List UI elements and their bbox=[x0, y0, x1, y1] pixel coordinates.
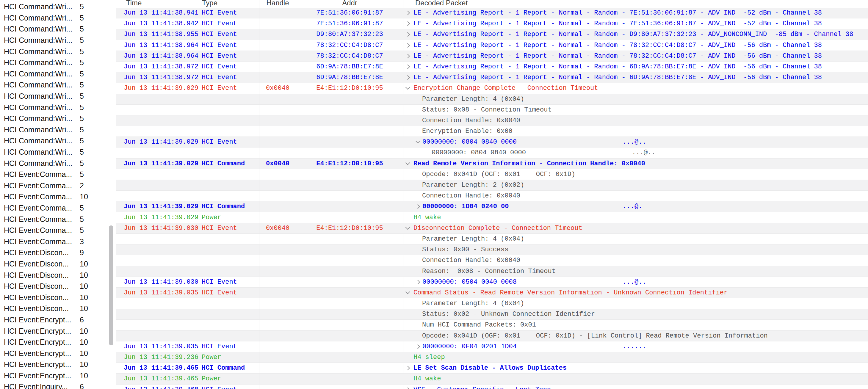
sidebar-item[interactable]: HCI Command:Wri...5 bbox=[0, 147, 108, 158]
sidebar-item[interactable]: HCI Event:Comma...10 bbox=[0, 191, 108, 202]
packet-detail-row[interactable]: Parameter Length: 4 (0x04) bbox=[116, 94, 868, 105]
packet-detail-row[interactable]: Connection Handle: 0x0040 bbox=[116, 191, 868, 201]
sidebar-item-count: 10 bbox=[80, 192, 88, 201]
packet-detail-row[interactable]: Parameter Length: 4 (0x04) bbox=[116, 234, 868, 245]
packet-row[interactable]: Jun 13 11:41:39.029HCI Event00000000: 08… bbox=[116, 137, 868, 148]
handle-cell bbox=[259, 374, 296, 384]
sidebar-item[interactable]: HCI Event:Discon...9 bbox=[0, 247, 108, 258]
packet-detail-row[interactable]: Opcode: 0x041D (OGF: 0x01 OCF: 0x1D) - [… bbox=[116, 331, 868, 342]
sidebar-item[interactable]: HCI Command:Wri...5 bbox=[0, 12, 108, 24]
sidebar-item[interactable]: HCI Event:Discon...10 bbox=[0, 269, 108, 281]
time-cell bbox=[116, 266, 199, 277]
sidebar-scrollbar-thumb[interactable] bbox=[109, 225, 113, 345]
sidebar-item[interactable]: HCI Command:Wri...5 bbox=[0, 124, 108, 136]
sidebar-item[interactable]: HCI Event:Discon...10 bbox=[0, 303, 108, 314]
addr-cell bbox=[296, 245, 403, 255]
packet-row[interactable]: Jun 13 11:41:39.029PowerH4 wake bbox=[116, 212, 868, 223]
packet-row[interactable]: Jun 13 11:41:39.236PowerH4 sleep bbox=[116, 352, 868, 363]
type-cell: HCI Event bbox=[199, 223, 259, 233]
packet-detail-row[interactable]: Status: 0x08 - Connection Timeout bbox=[116, 105, 868, 116]
sidebar-item[interactable]: HCI Command:Wri...5 bbox=[0, 113, 108, 124]
packet-detail-row[interactable]: Parameter Length: 4 (0x04) bbox=[116, 298, 868, 309]
handle-cell bbox=[259, 201, 296, 212]
packet-detail-row[interactable]: Connection Handle: 0x0040 bbox=[116, 255, 868, 266]
type-cell: HCI Event bbox=[199, 40, 259, 51]
packet-row[interactable]: Jun 13 11:41:39.465PowerH4 wake bbox=[116, 374, 868, 384]
sidebar-item-label: HCI Command:Wri... bbox=[4, 14, 80, 22]
packet-row[interactable]: Jun 13 11:41:39.029HCI Command0x0040E4:E… bbox=[116, 159, 868, 169]
sidebar-item[interactable]: HCI Command:Wri...5 bbox=[0, 24, 108, 35]
column-header-addr[interactable]: Addr bbox=[296, 0, 403, 8]
sidebar-item[interactable]: HCI Command:Wri...5 bbox=[0, 46, 108, 57]
packet-row[interactable]: Jun 13 11:41:39.468HCI EventVSE - Custom… bbox=[116, 385, 868, 389]
sidebar-item[interactable]: HCI Command:Wri...5 bbox=[0, 102, 108, 113]
sidebar-item[interactable]: HCI Event:Encrypt...10 bbox=[0, 359, 108, 370]
column-header-time[interactable]: Time bbox=[116, 0, 199, 8]
sidebar-item-label: HCI Event:Comma... bbox=[4, 215, 80, 224]
type-cell bbox=[199, 169, 259, 180]
sidebar-item[interactable]: HCI Event:Comma...5 bbox=[0, 225, 108, 236]
sidebar-item[interactable]: HCI Event:Encrypt...10 bbox=[0, 325, 108, 337]
sidebar-item[interactable]: HCI Event:Comma...5 bbox=[0, 202, 108, 214]
sidebar-item[interactable]: HCI Event:Encrypt...6 bbox=[0, 314, 108, 326]
sidebar-item[interactable]: HCI Command:Wri...5 bbox=[0, 35, 108, 46]
decoded-packet-cell: 00000000: 0804 0840 0000 ...@.. bbox=[403, 148, 868, 158]
packet-row[interactable]: Jun 13 11:41:38.955HCI EventD9:80:A7:37:… bbox=[116, 29, 868, 40]
packet-row[interactable]: Jun 13 11:41:39.465HCI CommandLE Set Sca… bbox=[116, 363, 868, 374]
packet-detail-row[interactable]: Num HCI Command Packets: 0x01 bbox=[116, 320, 868, 330]
column-header-decoded-packet[interactable]: Decoded Packet bbox=[403, 0, 868, 8]
sidebar-item[interactable]: HCI Event:Comma...3 bbox=[0, 236, 108, 247]
packet-detail-row[interactable]: Connection Handle: 0x0040 bbox=[116, 116, 868, 126]
sidebar-item[interactable]: HCI Command:Wri...5 bbox=[0, 79, 108, 91]
decoded-packet-cell: LE - Advertising Report - 1 Report - Nor… bbox=[403, 72, 868, 83]
sidebar-item-label: HCI Event:Comma... bbox=[4, 204, 80, 212]
sidebar-item-count: 5 bbox=[80, 47, 84, 56]
packet-row[interactable]: Jun 13 11:41:39.030HCI Event00000000: 05… bbox=[116, 277, 868, 288]
sidebar-item[interactable]: HCI Command:Wri...5 bbox=[0, 1, 108, 12]
packet-detail-row[interactable]: Opcode: 0x041D (OGF: 0x01 OCF: 0x1D) bbox=[116, 169, 868, 180]
packet-row[interactable]: Jun 13 11:41:39.035HCI Event00000000: 0F… bbox=[116, 342, 868, 352]
decoded-packet-text: Status: 0x00 - Success bbox=[403, 245, 868, 255]
packet-row[interactable]: Jun 13 11:41:39.029HCI Command00000000: … bbox=[116, 201, 868, 212]
decoded-packet-cell: Status: 0x00 - Success bbox=[403, 245, 868, 255]
packet-row[interactable]: Jun 13 11:41:38.964HCI Event78:32:CC:C4:… bbox=[116, 40, 868, 51]
column-header-handle[interactable]: Handle bbox=[259, 0, 296, 8]
column-header-type[interactable]: Type bbox=[199, 0, 259, 8]
sidebar-item[interactable]: HCI Event:Comma...5 bbox=[0, 169, 108, 180]
sidebar-item[interactable]: HCI Event:Inquiry...6 bbox=[0, 381, 108, 389]
time-cell: Jun 13 11:41:39.465 bbox=[116, 374, 199, 384]
sidebar-item[interactable]: HCI Command:Wri...5 bbox=[0, 91, 108, 102]
packet-detail-row[interactable]: Reason: 0x08 - Connection Timeout bbox=[116, 266, 868, 277]
sidebar-item[interactable]: HCI Event:Discon...10 bbox=[0, 281, 108, 292]
sidebar-item[interactable]: HCI Event:Comma...2 bbox=[0, 180, 108, 192]
sidebar-item[interactable]: HCI Event:Discon...10 bbox=[0, 292, 108, 303]
packet-detail-row[interactable]: 00000000: 0804 0840 0000 ...@.. bbox=[116, 148, 868, 158]
packet-detail-row[interactable]: Status: 0x02 - Unknown Connection Identi… bbox=[116, 309, 868, 320]
handle-cell bbox=[259, 40, 296, 51]
packet-row[interactable]: Jun 13 11:41:38.941HCI Event7E:51:36:06:… bbox=[116, 8, 868, 19]
handle-cell bbox=[259, 288, 296, 298]
packet-row[interactable]: Jun 13 11:41:38.942HCI Event7E:51:36:06:… bbox=[116, 19, 868, 29]
packet-row[interactable]: Jun 13 11:41:39.035HCI EventCommand Stat… bbox=[116, 288, 868, 298]
decoded-packet-cell: LE - Advertising Report - 1 Report - Nor… bbox=[403, 29, 868, 39]
addr-cell bbox=[296, 342, 403, 352]
sidebar-item[interactable]: HCI Command:Wri...5 bbox=[0, 68, 108, 80]
sidebar-item[interactable]: HCI Command:Wri...5 bbox=[0, 57, 108, 68]
packet-row[interactable]: Jun 13 11:41:39.030HCI Event0x0040E4:E1:… bbox=[116, 223, 868, 234]
sidebar-item[interactable]: HCI Event:Discon...10 bbox=[0, 258, 108, 270]
sidebar-item[interactable]: HCI Event:Encrypt...10 bbox=[0, 337, 108, 348]
packet-row[interactable]: Jun 13 11:41:38.972HCI Event6D:9A:78:BB:… bbox=[116, 72, 868, 83]
packet-row[interactable]: Jun 13 11:41:38.964HCI Event78:32:CC:C4:… bbox=[116, 51, 868, 62]
sidebar-item[interactable]: HCI Command:Wri...5 bbox=[0, 158, 108, 169]
sidebar-item[interactable]: HCI Event:Comma...5 bbox=[0, 214, 108, 225]
sidebar-item[interactable]: HCI Command:Wri...5 bbox=[0, 135, 108, 147]
decoded-packet-cell: H4 sleep bbox=[403, 352, 868, 362]
sidebar-item[interactable]: HCI Event:Encrypt...10 bbox=[0, 348, 108, 359]
packet-row[interactable]: Jun 13 11:41:39.029HCI Event0x0040E4:E1:… bbox=[116, 83, 868, 94]
sidebar-item[interactable]: HCI Event:Encrypt...10 bbox=[0, 370, 108, 382]
sidebar-item-count: 10 bbox=[80, 271, 88, 280]
packet-detail-row[interactable]: Encryption Enable: 0x00 bbox=[116, 126, 868, 137]
packet-detail-row[interactable]: Status: 0x00 - Success bbox=[116, 245, 868, 255]
packet-detail-row[interactable]: Parameter Length: 2 (0x02) bbox=[116, 180, 868, 191]
packet-row[interactable]: Jun 13 11:41:38.972HCI Event6D:9A:78:BB:… bbox=[116, 62, 868, 72]
